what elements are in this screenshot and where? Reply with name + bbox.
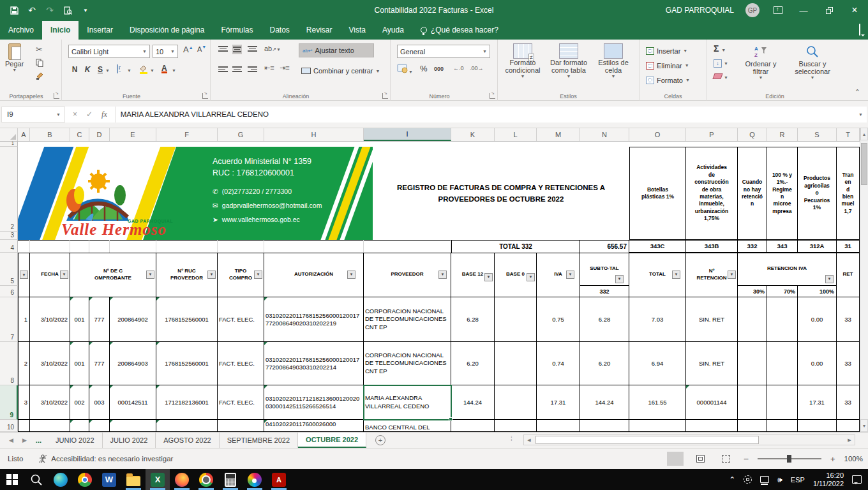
- select-all-corner[interactable]: [0, 128, 18, 141]
- filter-icon[interactable]: ▼: [566, 271, 574, 279]
- col-K[interactable]: K: [451, 128, 495, 141]
- header-base12[interactable]: BASE 12▼: [451, 253, 495, 297]
- cell-A7[interactable]: 1: [18, 297, 30, 342]
- header-fecha[interactable]: FECHA▼: [30, 253, 70, 297]
- cell-B10[interactable]: [30, 420, 70, 432]
- sheet-tab-septiembre[interactable]: SEPTIEMBRE 2022: [220, 433, 298, 448]
- italic-button[interactable]: K: [82, 65, 93, 74]
- cell-B9-fecha[interactable]: 3/10/2022: [30, 385, 70, 420]
- row-4[interactable]: 4: [0, 240, 18, 253]
- cell-Q4-332[interactable]: 332: [738, 240, 767, 253]
- filter-icon[interactable]: ▼: [207, 271, 216, 279]
- cell-F9-ruc[interactable]: 1712182136001: [156, 385, 218, 420]
- network-icon[interactable]: [760, 476, 769, 483]
- cell-K7[interactable]: 6.28: [451, 297, 495, 342]
- tab-insertar[interactable]: Insertar: [79, 21, 121, 40]
- row-3[interactable]: 3: [0, 232, 18, 240]
- cell-D10[interactable]: [89, 420, 110, 432]
- bold-button[interactable]: N: [70, 65, 80, 74]
- name-box[interactable]: I9▼: [1, 107, 65, 122]
- tab-archivo[interactable]: Archivo: [0, 21, 42, 40]
- taskbar-explorer[interactable]: [121, 469, 146, 490]
- filter-icon[interactable]: ▼: [615, 275, 624, 283]
- col-R[interactable]: R: [767, 128, 798, 141]
- cell-D9[interactable]: 003: [89, 385, 110, 420]
- cell-N7[interactable]: 6.28: [580, 297, 629, 342]
- cell-O10[interactable]: [629, 420, 686, 432]
- header-tipo[interactable]: TIPO COMPRO▼: [218, 253, 264, 297]
- cell-N8[interactable]: 6.20: [580, 342, 629, 385]
- sheet-tab-agosto[interactable]: AGOSTO 2022: [156, 433, 219, 448]
- cell-P4-343B[interactable]: 343B: [686, 240, 738, 253]
- font-name-select[interactable]: Calibri Light▼: [68, 45, 150, 58]
- cell-P10[interactable]: [686, 420, 738, 432]
- cell-D8[interactable]: 777: [89, 342, 110, 385]
- scroll-right-icon[interactable]: ▶: [844, 435, 855, 445]
- cell-P8[interactable]: SIN. RET: [686, 342, 738, 385]
- taskbar-acrobat[interactable]: A: [267, 469, 291, 490]
- view-normal-button[interactable]: [667, 452, 684, 466]
- cell-Q8[interactable]: [738, 342, 767, 385]
- zoom-level[interactable]: 100%: [844, 455, 863, 463]
- tab-datos[interactable]: Datos: [261, 21, 297, 40]
- header-autorizacion[interactable]: AUTORIZACIÓN▼: [264, 253, 364, 297]
- taskbar-calculator[interactable]: [218, 469, 243, 490]
- cell-H8-autorizacion[interactable]: 0310202201176815256000120017772008649030…: [264, 342, 364, 385]
- zoom-out-icon[interactable]: −: [744, 454, 749, 464]
- font-color-caret[interactable]: ▼: [172, 68, 176, 73]
- cell-K9[interactable]: 144.24: [451, 385, 495, 420]
- paste-button[interactable]: Pegar▼: [5, 43, 24, 72]
- taskbar-word[interactable]: W: [97, 469, 121, 490]
- conditional-format-button[interactable]: Formato condicional▼: [502, 43, 544, 78]
- cell-Q10[interactable]: [738, 420, 767, 432]
- cell-B7-fecha[interactable]: 3/10/2022: [30, 297, 70, 342]
- cell-G8-tipo[interactable]: FACT. ELEC.: [218, 342, 264, 385]
- minimize-button[interactable]: —: [797, 3, 811, 17]
- filter-icon[interactable]: ▼: [20, 271, 28, 279]
- col-D[interactable]: D: [89, 128, 110, 141]
- col-A[interactable]: A: [18, 128, 30, 141]
- cell-K10[interactable]: [451, 420, 495, 432]
- zoom-in-icon[interactable]: +: [830, 454, 835, 464]
- sheet-tab-octubre-active[interactable]: OCTUBRE 2022: [298, 433, 366, 448]
- scroll-left-icon[interactable]: ◀: [524, 435, 534, 445]
- cell-T2-clipped[interactable]: Tran en d bien muel 1,7: [837, 147, 860, 240]
- new-sheet-icon[interactable]: +: [375, 435, 385, 445]
- save-icon[interactable]: [9, 5, 19, 15]
- cancel-entry-icon[interactable]: ×: [73, 110, 77, 119]
- filter-icon[interactable]: ▼: [672, 271, 680, 279]
- view-page-layout-button[interactable]: [692, 452, 709, 466]
- row-9-selected[interactable]: 9: [0, 385, 18, 420]
- collapse-ribbon-icon[interactable]: ⌃: [855, 88, 860, 96]
- cell-M8[interactable]: 0.74: [537, 342, 580, 385]
- cell-T4-clipped[interactable]: 31: [837, 240, 860, 253]
- col-F[interactable]: F: [156, 128, 218, 141]
- taskbar-search[interactable]: [24, 469, 49, 490]
- cell-D7[interactable]: 777: [89, 297, 110, 342]
- fill-color-icon[interactable]: [138, 64, 149, 75]
- filter-icon[interactable]: ▼: [146, 271, 154, 279]
- col-P[interactable]: P: [686, 128, 738, 141]
- taskbar-clock[interactable]: 16:20 1/11/2022: [813, 471, 844, 488]
- cell-Q9[interactable]: [738, 385, 767, 420]
- taskbar-firefox[interactable]: [170, 469, 194, 490]
- cell-E8[interactable]: 200864903: [110, 342, 156, 385]
- row-10[interactable]: 10: [0, 420, 18, 432]
- wrap-text-button[interactable]: ab↩ Ajustar texto: [299, 43, 374, 57]
- cell-T10[interactable]: [837, 420, 860, 432]
- vertical-scrollbar[interactable]: ▲ ▼: [860, 128, 868, 432]
- sheet-title-cell[interactable]: REGISTRO DE FACTURAS DE COMPRA Y RETENCI…: [373, 147, 629, 240]
- cell-C4[interactable]: [70, 240, 89, 253]
- cell-E9[interactable]: 000142511: [110, 385, 156, 420]
- fill-icon[interactable]: ↓ ▼: [714, 59, 728, 68]
- cell-C10[interactable]: [70, 420, 89, 432]
- col-G[interactable]: G: [218, 128, 264, 141]
- font-color-icon[interactable]: A: [161, 64, 167, 73]
- sheet-nav-right-icon[interactable]: ▶: [22, 437, 27, 443]
- insert-function-icon[interactable]: fx: [101, 110, 107, 119]
- volume-icon[interactable]: 🕪: [777, 475, 782, 484]
- cell-M9[interactable]: 17.31: [537, 385, 580, 420]
- align-bottom-icon[interactable]: [248, 45, 257, 53]
- borders-caret[interactable]: ▼: [127, 68, 131, 73]
- fill-handle[interactable]: [449, 417, 453, 421]
